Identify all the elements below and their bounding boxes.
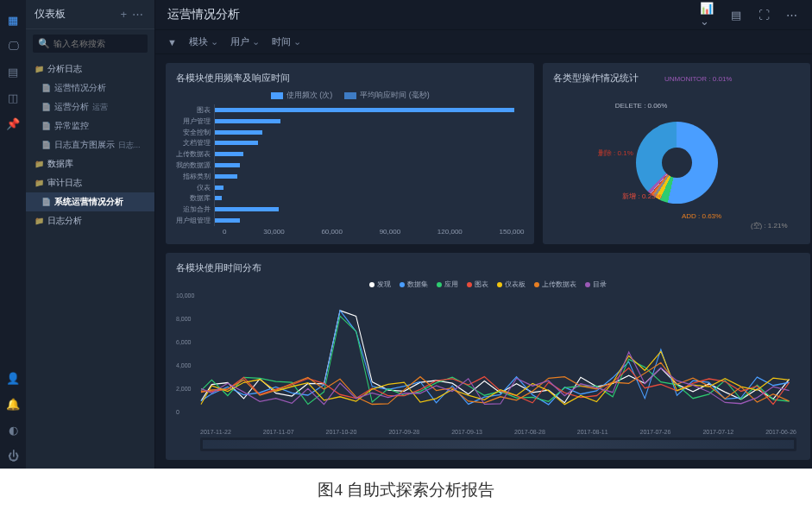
dashboard-icon[interactable]: ▦ xyxy=(5,12,21,28)
monitor-icon[interactable]: 🖵 xyxy=(5,38,21,53)
topbar: 运营情况分析 📊⌄ ▤ ⛶ ⋯ xyxy=(155,0,812,30)
search-icon: 🔍 xyxy=(38,38,50,49)
pie-label: (空) : 1.21% xyxy=(751,221,788,230)
search-input[interactable] xyxy=(54,39,142,48)
tree-node[interactable]: 系统运营情况分析 xyxy=(26,192,154,211)
filter-time[interactable]: 时间 xyxy=(272,35,301,48)
filter-user[interactable]: 用户 xyxy=(230,35,260,48)
pie-label: 删除 : 0.1% xyxy=(598,148,633,158)
line-legend: 发现数据集应用图表仪表板上传数据表目录 xyxy=(176,280,800,289)
list-icon[interactable]: ▤ xyxy=(727,8,745,22)
card-bar-chart: 各模块使用频率及响应时间 使用频次 (次) 平均响应时间 (毫秒) 图表用户管理… xyxy=(166,63,534,244)
app-root: ▦ 🖵 ▤ ◫ 📌 👤 🔔 ◐ ⏻ 仪表板 + ⋯ 🔍 分析日志运营情况分析运营… xyxy=(0,0,812,469)
tree-node[interactable]: 审计日志 xyxy=(26,173,154,192)
tree-node[interactable]: 分析日志 xyxy=(26,60,154,79)
card-pie-chart: 各类型操作情况统计 查询 : 53.45%QUERY : 39.1%更新 : 3… xyxy=(543,63,810,244)
grid-icon[interactable]: ▤ xyxy=(5,64,21,79)
bell-icon[interactable]: 🔔 xyxy=(5,396,21,412)
menu-icon[interactable]: ⋯ xyxy=(783,8,800,22)
page-title: 运营情况分析 xyxy=(167,7,689,22)
search-box[interactable]: 🔍 xyxy=(33,35,148,53)
add-icon[interactable]: + xyxy=(117,8,129,21)
bar-legend: 使用频次 (次) 平均响应时间 (毫秒) xyxy=(176,90,524,101)
figure-caption: 图4 自助式探索分析报告 xyxy=(0,469,812,501)
card-line-chart: 各模块使用时间分布 发现数据集应用图表仪表板上传数据表目录 10,0008,00… xyxy=(166,253,810,460)
tree-node[interactable]: 运营情况分析 xyxy=(26,79,154,98)
card-grid: 各模块使用频率及响应时间 使用频次 (次) 平均响应时间 (毫秒) 图表用户管理… xyxy=(155,54,812,469)
card-title: 各模块使用时间分布 xyxy=(176,261,800,274)
card-title: 各模块使用频率及响应时间 xyxy=(176,72,524,85)
filter-module[interactable]: 模块 xyxy=(189,35,218,48)
main-area: 运营情况分析 📊⌄ ▤ ⛶ ⋯ ▼ 模块 用户 时间 各模块使用频率及响应时间 … xyxy=(155,0,812,469)
tree-node[interactable]: 日志分析 xyxy=(26,211,154,230)
tree-node[interactable]: 日志直方图展示日志... xyxy=(26,135,154,154)
fullscreen-icon[interactable]: ⛶ xyxy=(755,8,772,22)
user-icon[interactable]: 👤 xyxy=(5,370,21,386)
bar-x-axis: 030,00060,00090,000120,000150,000 xyxy=(176,228,524,236)
tree-node[interactable]: 运营分析运营 xyxy=(26,98,154,116)
layers-icon[interactable]: ◫ xyxy=(5,90,21,105)
sidebar-title: 仪表板 xyxy=(35,7,117,22)
timeline-scrubber[interactable] xyxy=(200,437,796,451)
filter-bar: ▼ 模块 用户 时间 xyxy=(155,30,812,54)
bar-chart: 图表用户管理安全控制文档管理上传数据表我的数据源指标类别仪表数据库追加合并用户组… xyxy=(176,104,524,226)
filter-icon[interactable]: ▼ xyxy=(167,37,177,47)
pie-chart: 查询 : 53.45%QUERY : 39.1%更新 : 3.3%UPDATE … xyxy=(553,90,800,236)
legend-swatch xyxy=(344,92,356,99)
tree-node[interactable]: 异常监控 xyxy=(26,116,154,135)
pie-label: DELETE : 0.06% xyxy=(615,102,667,110)
sidebar: 仪表板 + ⋯ 🔍 分析日志运营情况分析运营分析运营异常监控日志直方图展示日志.… xyxy=(26,0,155,469)
line-chart: 10,0008,0006,0004,0002,0000 xyxy=(176,293,800,427)
chart-type-icon[interactable]: 📊⌄ xyxy=(700,8,717,22)
tree-node[interactable]: 数据库 xyxy=(26,154,154,173)
pie-label: ADD : 0.63% xyxy=(682,212,721,220)
power-icon[interactable]: ⏻ xyxy=(5,448,21,463)
nav-tree: 分析日志运营情况分析运营分析运营异常监控日志直方图展示日志...数据库审计日志系… xyxy=(26,58,154,469)
sidebar-header: 仪表板 + ⋯ xyxy=(26,0,154,29)
line-x-axis: 2017-11-222017-11-072017-10-202017-09-28… xyxy=(176,427,800,435)
pie-label: 新增 : 0.25% xyxy=(622,192,661,201)
pin-icon[interactable]: 📌 xyxy=(5,116,21,131)
legend-swatch xyxy=(271,92,283,99)
icon-rail: ▦ 🖵 ▤ ◫ 📌 👤 🔔 ◐ ⏻ xyxy=(0,0,26,469)
more-icon[interactable]: ⋯ xyxy=(129,8,146,21)
pie-label: UNMONITOR : 0.01% xyxy=(664,75,733,83)
moon-icon[interactable]: ◐ xyxy=(5,422,21,437)
